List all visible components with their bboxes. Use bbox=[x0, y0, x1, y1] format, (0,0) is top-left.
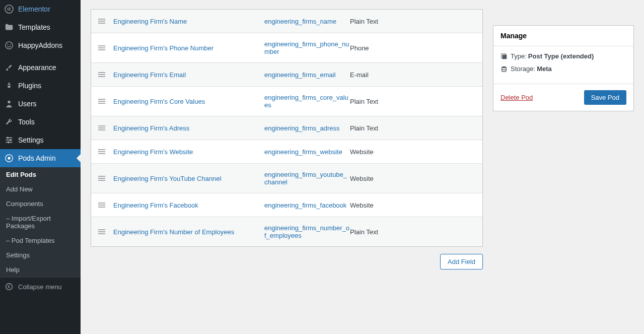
svg-rect-4 bbox=[9, 10, 11, 11]
field-label-link[interactable]: Engineering Firm's Number of Employees bbox=[113, 228, 234, 236]
type-label: Type: bbox=[511, 52, 527, 60]
save-pod-button[interactable]: Save Pod bbox=[584, 90, 626, 105]
svg-point-8 bbox=[8, 101, 10, 103]
field-type: Plain Text bbox=[350, 98, 475, 105]
field-label-link[interactable]: Engineering Firm's Phone Number bbox=[113, 44, 213, 52]
submenu-components[interactable]: Components bbox=[0, 196, 81, 211]
sidebar-item-templates[interactable]: Templates bbox=[0, 18, 81, 36]
drag-handle-icon[interactable] bbox=[98, 124, 113, 131]
field-name[interactable]: engineering_firms_facebook bbox=[264, 202, 350, 209]
field-type: Plain Text bbox=[350, 228, 475, 236]
svg-rect-32 bbox=[98, 129, 105, 130]
field-type: Website bbox=[350, 202, 475, 209]
submenu-edit-pods[interactable]: Edit Pods bbox=[0, 167, 81, 182]
field-label-link[interactable]: Engineering Firm's Core Values bbox=[113, 98, 205, 105]
add-field-button[interactable]: Add Field bbox=[440, 254, 483, 270]
svg-rect-34 bbox=[98, 151, 105, 152]
delete-pod-link[interactable]: Delete Pod bbox=[500, 94, 533, 101]
field-name[interactable]: engineering_firms_name bbox=[264, 18, 350, 25]
svg-point-7 bbox=[10, 44, 11, 45]
svg-rect-33 bbox=[98, 149, 105, 150]
sidebar-item-label: Elementor bbox=[18, 5, 50, 13]
submenu-add-new[interactable]: Add New bbox=[0, 182, 81, 196]
field-label-link[interactable]: Engineering Firm's Name bbox=[113, 18, 187, 25]
drag-handle-icon[interactable] bbox=[98, 175, 113, 182]
field-label-link[interactable]: Engineering Firm's YouTube Channel bbox=[113, 175, 221, 182]
manage-box: Manage Type: Post Type (extended) Storag… bbox=[493, 25, 634, 111]
brush-icon bbox=[4, 62, 14, 73]
field-name[interactable]: engineering_firms_core_values bbox=[264, 94, 350, 109]
drag-handle-icon[interactable] bbox=[98, 202, 113, 209]
field-row: Engineering Firm's Websiteengineering_fi… bbox=[91, 140, 482, 164]
sidebar-item-label: Appearance bbox=[18, 63, 56, 72]
elementor-icon bbox=[4, 4, 14, 14]
submenu-settings[interactable]: Settings bbox=[0, 248, 81, 262]
field-row: Engineering Firm's Number of Employeesen… bbox=[91, 217, 482, 246]
sidebar-item-label: Plugins bbox=[18, 82, 41, 90]
svg-rect-46 bbox=[503, 54, 507, 59]
svg-rect-41 bbox=[98, 207, 105, 208]
field-row: Engineering Firm's Phone Numberengineeri… bbox=[91, 33, 482, 63]
drag-handle-icon[interactable] bbox=[98, 44, 113, 51]
drag-handle-icon[interactable] bbox=[98, 18, 113, 25]
drag-handle-icon[interactable] bbox=[98, 148, 113, 155]
submenu-import-export[interactable]: – Import/Export Packages bbox=[0, 211, 81, 233]
sidebar-item-label: Users bbox=[18, 100, 37, 108]
field-name[interactable]: engineering_firms_email bbox=[264, 71, 350, 79]
svg-rect-38 bbox=[98, 180, 105, 181]
sidebar-item-label: Pods Admin bbox=[18, 154, 56, 162]
svg-rect-22 bbox=[98, 47, 105, 48]
svg-rect-37 bbox=[98, 178, 105, 179]
field-name[interactable]: engineering_firms_phone_number bbox=[264, 40, 350, 55]
happyaddons-icon bbox=[4, 40, 14, 50]
folder-icon bbox=[4, 22, 14, 32]
svg-rect-35 bbox=[98, 153, 105, 154]
sidebar-item-appearance[interactable]: Appearance bbox=[0, 58, 81, 77]
sidebar-item-settings[interactable]: Settings bbox=[0, 131, 81, 149]
drag-handle-icon[interactable] bbox=[98, 228, 113, 235]
svg-rect-27 bbox=[98, 99, 105, 100]
sidebar-item-tools[interactable]: Tools bbox=[0, 113, 81, 131]
submenu-pod-templates[interactable]: – Pod Templates bbox=[0, 233, 81, 248]
plug-icon bbox=[4, 81, 14, 91]
field-name[interactable]: engineering_firms_youtube_channel bbox=[264, 171, 350, 186]
sidebar-item-elementor[interactable]: Elementor bbox=[0, 0, 81, 18]
field-type: Website bbox=[350, 175, 475, 182]
collapse-menu[interactable]: Collapse menu bbox=[0, 277, 81, 296]
svg-rect-21 bbox=[98, 45, 105, 46]
field-type: Plain Text bbox=[350, 124, 475, 132]
field-label-link[interactable]: Engineering Firm's Email bbox=[113, 71, 186, 79]
wrench-icon bbox=[4, 117, 14, 127]
drag-handle-icon[interactable] bbox=[98, 71, 113, 78]
field-label-link[interactable]: Engineering Firm's Adress bbox=[113, 124, 189, 132]
collapse-icon bbox=[4, 282, 14, 292]
storage-label: Storage: bbox=[511, 65, 535, 73]
field-label-link[interactable]: Engineering Firm's Facebook bbox=[113, 202, 198, 209]
svg-rect-30 bbox=[98, 125, 105, 126]
drag-handle-icon[interactable] bbox=[98, 98, 113, 105]
submenu-help[interactable]: Help bbox=[0, 262, 81, 277]
sidebar-item-label: Settings bbox=[18, 136, 44, 144]
field-name[interactable]: engineering_firms_number_of_employees bbox=[264, 224, 350, 239]
svg-rect-26 bbox=[98, 76, 105, 77]
svg-rect-24 bbox=[98, 72, 105, 73]
svg-rect-28 bbox=[98, 101, 105, 102]
sidebar-item-label: Tools bbox=[18, 118, 35, 126]
field-name[interactable]: engineering_firms_adress bbox=[264, 124, 350, 132]
svg-rect-19 bbox=[98, 21, 105, 22]
svg-rect-2 bbox=[9, 8, 11, 8]
sidebar-submenu: Edit Pods Add New Components – Import/Ex… bbox=[0, 167, 81, 277]
field-type: Plain Text bbox=[350, 18, 475, 25]
sidebar-item-users[interactable]: Users bbox=[0, 95, 81, 113]
sidebar-item-pods-admin[interactable]: Pods Admin bbox=[0, 149, 81, 167]
svg-rect-39 bbox=[98, 203, 105, 204]
field-name[interactable]: engineering_firms_website bbox=[264, 148, 350, 156]
svg-rect-25 bbox=[98, 74, 105, 75]
sidebar-item-plugins[interactable]: Plugins bbox=[0, 77, 81, 95]
svg-rect-44 bbox=[98, 233, 105, 234]
field-type: Website bbox=[350, 148, 475, 156]
sidebar-item-label: HappyAddons bbox=[18, 41, 62, 49]
sidebar-item-label: Templates bbox=[18, 23, 50, 31]
field-label-link[interactable]: Engineering Firm's Website bbox=[113, 148, 193, 156]
sidebar-item-happyaddons[interactable]: HappyAddons bbox=[0, 36, 81, 54]
